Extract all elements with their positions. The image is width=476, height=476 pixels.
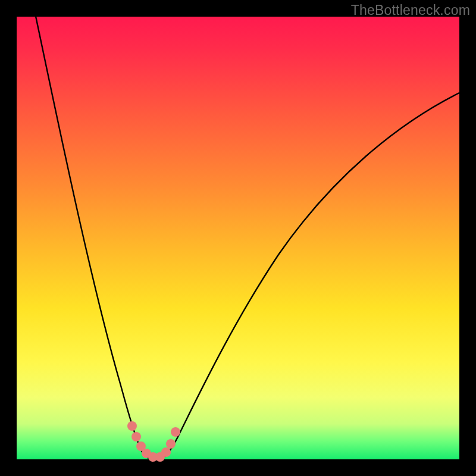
curve-left-arm xyxy=(35,11,149,458)
marker-dot xyxy=(166,439,176,449)
bottleneck-curve xyxy=(17,17,459,459)
curve-right-arm xyxy=(162,93,459,458)
marker-dot xyxy=(127,421,137,431)
watermark-text: TheBottleneck.com xyxy=(351,2,470,18)
marker-dot xyxy=(131,432,141,441)
plot-area xyxy=(17,17,459,459)
marker-dot xyxy=(161,447,171,457)
chart-frame: TheBottleneck.com xyxy=(0,0,476,476)
curve-markers xyxy=(127,421,180,462)
marker-dot xyxy=(171,427,180,437)
